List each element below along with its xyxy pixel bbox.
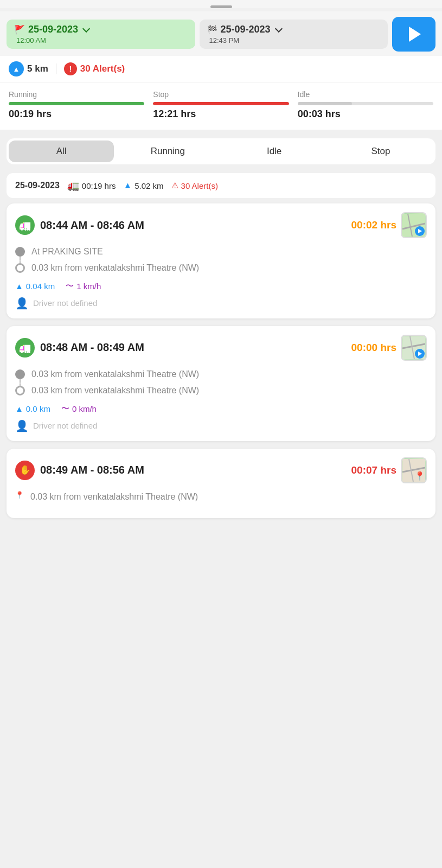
trip-2-running-icon	[15, 338, 35, 358]
day-running-stat: 🚛 00:19 hrs	[67, 180, 116, 192]
trip-2-road-icon: ▲	[15, 404, 23, 413]
distance-value: 5 km	[27, 63, 48, 74]
trip-1-from-item: At PRAKING SITE	[15, 246, 427, 258]
day-distance-stat: ▲ 5.02 km	[123, 181, 163, 190]
trip-2-speed-stat: 〜 0 km/h	[61, 404, 97, 414]
stop-progress: Stop 12:21 hrs	[153, 90, 289, 120]
trip-1-stats: ▲ 0.04 km 〜 1 km/h	[15, 281, 427, 291]
trip-2-to-item: 0.03 km from venkatalakshmi Theatre (NW)	[15, 385, 427, 397]
road-day-icon: ▲	[123, 181, 132, 190]
progress-section: Running 00:19 hrs Stop 12:21 hrs Idle 00…	[0, 82, 442, 130]
trip-2-play-overlay	[415, 349, 425, 359]
trip-2-map-image	[402, 336, 426, 360]
filter-tabs: All Running Idle Stop	[7, 138, 435, 164]
trip-1-header: 08:44 AM - 08:46 AM 00:02 hrs	[15, 212, 427, 238]
trip-2-map-thumb[interactable]	[401, 335, 427, 361]
trip-1-time: 08:44 AM - 08:46 AM	[40, 219, 144, 232]
trip-3-from-item: 📍 0.03 km from venkatalakshmi Theatre (N…	[15, 491, 427, 503]
stop-label: Stop	[153, 90, 289, 99]
stop-bar-container	[153, 102, 289, 105]
tab-all[interactable]: All	[9, 141, 114, 162]
trip-2-from-text: 0.03 km from venkatalakshmi Theatre (NW)	[31, 368, 199, 380]
trip-2-stats: ▲ 0.0 km 〜 0 km/h	[15, 404, 427, 414]
alerts-stat: 30 Alert(s)	[64, 62, 125, 75]
trip-1-to-item: 0.03 km from venkatalakshmi Theatre (NW)	[15, 262, 427, 274]
idle-label: Idle	[298, 90, 433, 99]
trip-2-driver: Driver not defined	[33, 421, 97, 430]
trip-2-speed: 0 km/h	[72, 404, 97, 413]
trip-1-time-row: 08:44 AM - 08:46 AM	[15, 215, 144, 235]
day-alerts-stat: ⚠ 30 Alert(s)	[171, 181, 218, 190]
trip-1-duration: 00:02 hrs	[351, 219, 396, 231]
start-chevron-icon	[82, 24, 90, 32]
idle-progress: Idle 00:03 hrs	[298, 90, 433, 120]
start-time-text: 12:00 AM	[14, 36, 46, 44]
distance-icon	[9, 61, 24, 76]
trip-card-2: 08:48 AM - 08:49 AM 00:00 hrs	[7, 326, 435, 441]
trip-1-speed: 1 km/h	[76, 282, 101, 291]
trip-1-road-icon: ▲	[15, 282, 23, 291]
truck-day-icon: 🚛	[67, 180, 79, 192]
trip-1-map-image	[402, 213, 426, 237]
tab-stop[interactable]: Stop	[328, 141, 433, 162]
play-icon	[409, 27, 421, 42]
trip-1-play-overlay	[415, 226, 425, 236]
trip-2-driver-icon: 👤	[15, 419, 29, 432]
trip-1-to-text: 0.03 km from venkatalakshmi Theatre (NW)	[31, 262, 199, 274]
trip-3-stop-icon	[15, 461, 35, 480]
trip-1-locations: At PRAKING SITE 0.03 km from venkatalaks…	[15, 246, 427, 275]
trip-card-3: 08:49 AM - 08:56 AM 00:07 hrs 📍	[7, 449, 435, 518]
play-button[interactable]	[392, 17, 435, 52]
idle-bar-container	[298, 102, 433, 105]
stats-bar: 5 km 30 Alert(s)	[0, 56, 442, 82]
trip-1-from-dot	[15, 247, 25, 257]
trip-1-speed-icon: 〜	[66, 281, 74, 291]
trip-2-distance: 0.0 km	[26, 404, 50, 413]
idle-bar	[298, 102, 352, 105]
trip-3-duration: 00:07 hrs	[351, 464, 396, 476]
trip-3-location-icon: 📍	[15, 491, 24, 499]
trip-3-header: 08:49 AM - 08:56 AM 00:07 hrs 📍	[15, 457, 427, 483]
flag-end-icon: 🏁	[207, 25, 217, 35]
trip-1-speed-stat: 〜 1 km/h	[66, 281, 101, 291]
day-summary-row: 25-09-2023 🚛 00:19 hrs ▲ 5.02 km ⚠ 30 Al…	[7, 173, 435, 198]
end-date-text: 25-09-2023	[221, 24, 271, 35]
trip-2-time: 08:48 AM - 08:49 AM	[40, 341, 144, 354]
stop-bar	[153, 102, 289, 105]
trip-2-play-icon	[418, 352, 422, 356]
trip-2-speed-icon: 〜	[61, 404, 69, 414]
trip-1-to-dot	[15, 263, 25, 273]
trip-3-locations: 📍 0.03 km from venkatalakshmi Theatre (N…	[15, 491, 427, 503]
running-label: Running	[9, 90, 144, 99]
trip-3-map-image: 📍	[402, 458, 426, 482]
flag-start-icon: 🚩	[14, 24, 25, 35]
day-running-time: 00:19 hrs	[82, 181, 116, 190]
tab-running[interactable]: Running	[115, 141, 220, 162]
trip-1-map-thumb[interactable]	[401, 212, 427, 238]
running-bar-container	[9, 102, 144, 105]
day-distance: 5.02 km	[134, 181, 163, 190]
trip-3-pin-overlay: 📍	[415, 471, 425, 481]
trip-2-duration: 00:00 hrs	[351, 342, 396, 354]
trip-2-to-text: 0.03 km from venkatalakshmi Theatre (NW)	[31, 385, 199, 397]
tab-idle[interactable]: Idle	[222, 141, 327, 162]
end-date-button[interactable]: 🏁 25-09-2023 12:43 PM	[200, 20, 388, 49]
start-date-button[interactable]: 🚩 25-09-2023 12:00 AM	[7, 20, 195, 49]
trip-2-header: 08:48 AM - 08:49 AM 00:00 hrs	[15, 335, 427, 361]
running-bar	[9, 102, 144, 105]
trip-1-play-icon	[418, 229, 422, 233]
trip-3-map-thumb[interactable]: 📍	[401, 457, 427, 483]
day-alerts: 30 Alert(s)	[181, 181, 218, 190]
stop-time: 12:21 hrs	[153, 108, 289, 120]
trip-1-driver-row: 👤 Driver not defined	[15, 297, 427, 310]
trip-2-distance-stat: ▲ 0.0 km	[15, 404, 50, 413]
alert-icon	[64, 62, 77, 75]
trip-3-time: 08:49 AM - 08:56 AM	[40, 464, 144, 476]
running-time: 00:19 hrs	[9, 108, 144, 120]
day-section: 25-09-2023 🚛 00:19 hrs ▲ 5.02 km ⚠ 30 Al…	[0, 173, 442, 532]
trip-2-driver-row: 👤 Driver not defined	[15, 419, 427, 432]
trip-1-driver-icon: 👤	[15, 297, 29, 310]
top-bar: 🚩 25-09-2023 12:00 AM 🏁 25-09-2023 12:43…	[0, 11, 442, 56]
trip-2-locations: 0.03 km from venkatalakshmi Theatre (NW)…	[15, 368, 427, 397]
trip-2-time-row: 08:48 AM - 08:49 AM	[15, 338, 144, 358]
